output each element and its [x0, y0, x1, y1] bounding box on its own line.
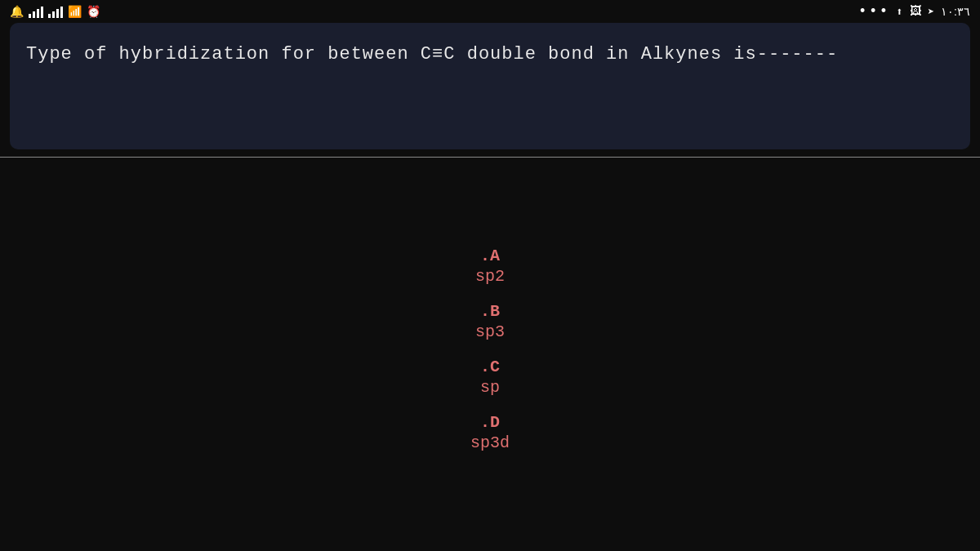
question-text: Type of hybridization for between C≡C do…: [26, 41, 838, 68]
option-value-3: sp3d: [470, 433, 510, 452]
upload-icon: ⬆: [896, 5, 902, 19]
status-bar-right: ••• ⬆ 🖼 ➤ ١٠:٣٦: [858, 3, 970, 20]
answer-option-c[interactable]: .Csp: [480, 358, 500, 397]
option-value-1: sp3: [475, 322, 505, 341]
signal-icon: [29, 5, 43, 18]
status-bar-left: 🔔 📶 ⏰: [10, 5, 100, 19]
alarm-icon: 🔔: [10, 5, 24, 19]
answers-area: .Asp2.Bsp3.Csp.Dsp3d: [0, 158, 980, 551]
option-label-0: .A: [480, 247, 500, 265]
option-value-0: sp2: [475, 267, 505, 286]
image-icon: 🖼: [910, 5, 921, 18]
status-bar: 🔔 📶 ⏰ ••• ⬆ 🖼 ➤ ١٠:٣٦: [0, 0, 980, 23]
more-dots: •••: [858, 3, 889, 20]
option-value-2: sp: [480, 378, 500, 397]
option-label-3: .D: [480, 413, 500, 432]
question-area: Type of hybridization for between C≡C do…: [10, 23, 970, 149]
time-display: ١٠:٣٦: [941, 5, 970, 18]
signal-icon-2: [48, 5, 63, 18]
wifi-icon: 📶: [68, 5, 82, 19]
answer-option-a[interactable]: .Asp2: [475, 247, 505, 286]
option-label-2: .C: [480, 358, 500, 376]
send-icon: ➤: [928, 5, 934, 19]
alarm-icon-2: ⏰: [87, 5, 100, 19]
option-label-1: .B: [480, 302, 500, 321]
answer-option-b[interactable]: .Bsp3: [475, 302, 505, 341]
answer-option-d[interactable]: .Dsp3d: [470, 413, 510, 452]
